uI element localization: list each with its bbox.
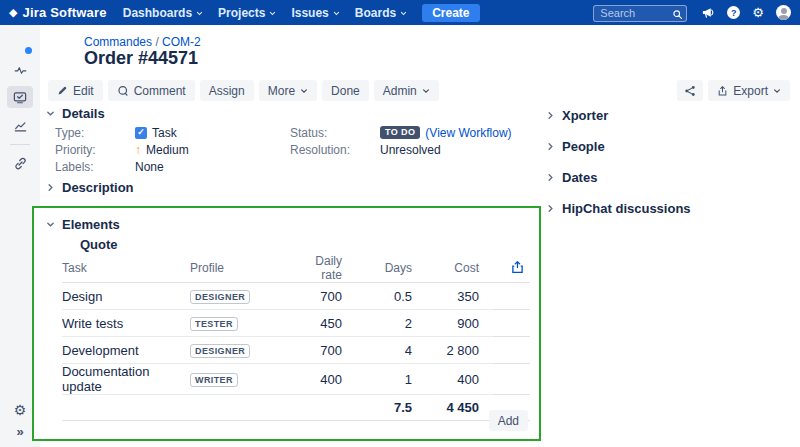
section-hipchat[interactable]: HipChat discussions (546, 201, 691, 216)
totals-row: 7.5 4 450 (62, 395, 530, 421)
row-actions-cell (493, 283, 530, 310)
done-button[interactable]: Done (322, 80, 369, 101)
admin-gear-icon[interactable]: ⚙ (752, 6, 764, 19)
task-type-icon: ✓ (135, 127, 147, 139)
days-cell: 4 (356, 337, 426, 364)
breadcrumb-project-link[interactable]: Commandes (84, 35, 152, 49)
edit-button-label: Edit (73, 84, 94, 98)
cost-cell: 400 (426, 364, 493, 395)
chevron-down-icon (300, 84, 308, 98)
user-avatar[interactable] (776, 5, 791, 20)
resolution-label: Resolution: (290, 143, 380, 157)
assign-button-label: Assign (209, 84, 245, 98)
more-button[interactable]: More (259, 80, 317, 101)
help-glyph: ? (727, 6, 740, 19)
chevron-down-icon (46, 109, 55, 118)
profile-lozenge: DESIGNER (190, 344, 250, 359)
task-cell: Development (62, 337, 190, 364)
edit-button[interactable]: Edit (48, 80, 103, 101)
breadcrumb-separator: / (155, 35, 158, 49)
assign-button[interactable]: Assign (200, 80, 254, 101)
daily-rate-cell: 700 (296, 283, 356, 310)
description-section-header[interactable]: Description (46, 180, 134, 195)
days-cell: 2 (356, 310, 426, 337)
export-button[interactable]: Export (708, 80, 790, 101)
share-button[interactable] (677, 80, 703, 101)
priority-value-text: Medium (146, 143, 189, 157)
labels-value-text: None (135, 160, 164, 174)
profile-cell: DESIGNER (190, 283, 296, 310)
col-cost: Cost (426, 254, 493, 283)
details-left-column: Type: ✓ Task Priority: ↑ Medium Labels: … (55, 124, 189, 175)
feedback-megaphone-icon[interactable] (701, 6, 715, 19)
profile-cell: TESTER (190, 310, 296, 337)
col-days: Days (356, 254, 426, 283)
chevron-down-icon (400, 6, 407, 20)
section-xporter[interactable]: Xporter (546, 108, 691, 123)
sidebar-settings-gear-icon[interactable]: ⚙ (14, 402, 27, 418)
sidebar-project-avatar[interactable] (9, 31, 31, 53)
share-icon (684, 85, 696, 97)
totals-empty-cell (190, 395, 296, 421)
export-button-label: Export (733, 84, 768, 98)
view-workflow-link[interactable]: (View Workflow) (425, 126, 511, 140)
sidebar-bottom: ⚙ » (14, 402, 27, 447)
right-panel: Xporter People Dates HipChat discussions (546, 108, 691, 216)
daily-rate-cell: 700 (296, 337, 356, 364)
profile-lozenge: WRITER (190, 373, 238, 388)
issue-project-avatar[interactable] (48, 34, 76, 62)
breadcrumb-issue-link[interactable]: COM-2 (162, 35, 201, 49)
chevron-right-icon (546, 173, 555, 182)
section-dates[interactable]: Dates (546, 170, 691, 185)
software-project-badge (23, 45, 34, 56)
elements-section-header[interactable]: Elements (46, 217, 120, 232)
nav-issues-label: Issues (291, 6, 328, 20)
help-icon[interactable]: ? (727, 6, 740, 19)
details-section-header[interactable]: Details (46, 106, 540, 121)
share-export-toolbar: Export (677, 80, 790, 101)
details-section: Details Type: ✓ Task Priority: ↑ Medium … (46, 106, 540, 121)
create-button[interactable]: Create (422, 4, 479, 22)
comment-button[interactable]: Comment (108, 80, 195, 101)
table-row: Documentation update WRITER 400 1 400 (62, 364, 530, 395)
sidebar-expand-icon[interactable]: » (16, 424, 23, 439)
elements-heading: Elements (62, 217, 120, 232)
sidebar-backlog-icon[interactable] (13, 64, 28, 77)
nav-boards-label: Boards (355, 6, 396, 20)
row-actions-cell (493, 364, 530, 395)
chevron-right-icon (546, 111, 555, 120)
daily-rate-cell: 450 (296, 310, 356, 337)
jira-logo[interactable]: ◆ Jira Software (9, 5, 107, 20)
description-section: Description (46, 180, 134, 195)
table-export-icon[interactable] (511, 260, 524, 274)
nav-issues[interactable]: Issues (291, 6, 339, 20)
nav-projects[interactable]: Projects (218, 6, 276, 20)
elements-section-highlighted: Elements Quote Task Profile Daily rate D… (32, 206, 541, 441)
chevron-down-icon (196, 6, 203, 20)
nav-boards[interactable]: Boards (355, 6, 407, 20)
sidebar-divider (10, 144, 30, 145)
issue-toolbar: Edit Comment Assign More Done Admin (48, 80, 439, 101)
chevron-right-icon (546, 204, 555, 213)
col-profile: Profile (190, 254, 296, 283)
nav-dashboards[interactable]: Dashboards (123, 6, 203, 20)
section-people[interactable]: People (546, 139, 691, 154)
details-heading: Details (62, 106, 105, 121)
comment-button-label: Comment (134, 84, 186, 98)
cost-cell: 350 (426, 283, 493, 310)
type-value: ✓ Task (135, 126, 177, 140)
days-cell: 0.5 (356, 283, 426, 310)
chevron-right-icon (546, 142, 555, 151)
admin-button[interactable]: Admin (374, 80, 439, 101)
sidebar-reports-icon[interactable] (13, 119, 28, 133)
resolution-value-text: Unresolved (380, 143, 441, 157)
jira-logo-text: Jira Software (22, 5, 106, 20)
chevron-down-icon (333, 6, 340, 20)
sidebar-active-sprint-icon[interactable] (7, 86, 33, 108)
priority-label: Priority: (55, 143, 135, 157)
add-button[interactable]: Add (489, 410, 528, 431)
priority-medium-icon: ↑ (135, 143, 141, 157)
status-badge: TO DO (380, 126, 420, 139)
sidebar-shortcuts-link-icon[interactable] (13, 156, 28, 171)
resolution-field: Resolution: Unresolved (290, 141, 512, 158)
